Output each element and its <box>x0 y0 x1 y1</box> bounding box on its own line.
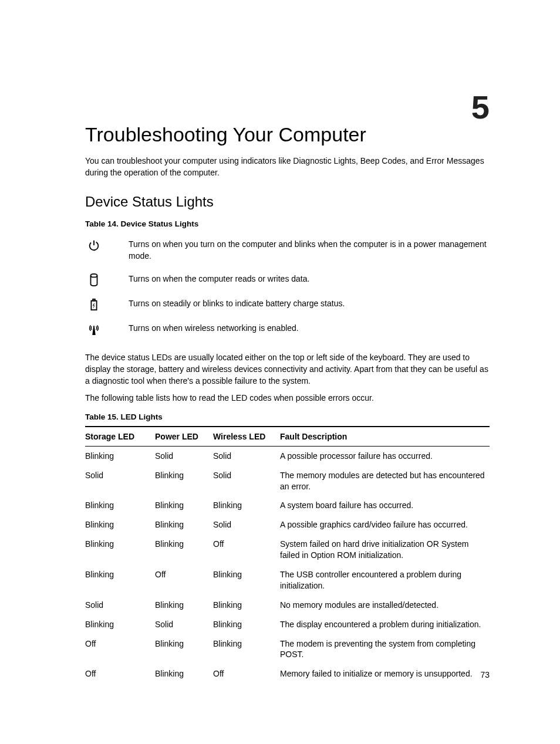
status-row: Turns on when you turn on the computer a… <box>85 233 490 268</box>
page-title: Troubleshooting Your Computer <box>85 123 490 146</box>
table-row: SolidBlinkingBlinkingNo memory modules a… <box>85 596 490 615</box>
table-header-row: Storage LED Power LED Wireless LED Fault… <box>85 427 490 447</box>
table-cell: Blinking <box>213 565 280 596</box>
table-cell: Solid <box>213 446 280 465</box>
table-cell: Blinking <box>155 634 213 665</box>
table-row: BlinkingSolidBlinkingThe display encount… <box>85 615 490 634</box>
table-row: BlinkingOffBlinkingThe USB controller en… <box>85 565 490 596</box>
table-cell: Blinking <box>85 515 155 535</box>
table-cell: Blinking <box>85 565 155 596</box>
svg-rect-3 <box>93 299 95 301</box>
wireless-icon <box>87 323 100 336</box>
status-desc: Turns on when wireless networking is ena… <box>129 317 490 341</box>
chapter-number: 5 <box>471 88 490 126</box>
table-cell: A possible graphics card/video failure h… <box>280 515 490 535</box>
table-cell: Off <box>213 535 280 565</box>
table-cell: Blinking <box>213 496 280 515</box>
table-cell: Off <box>85 664 155 684</box>
table-cell: Blinking <box>85 615 155 634</box>
table-cell: Blinking <box>155 596 213 615</box>
table-cell: Blinking <box>155 515 213 535</box>
section-heading: Device Status Lights <box>85 194 490 210</box>
status-row: Turns on steadily or blinks to indicate … <box>85 292 490 317</box>
table-cell: Blinking <box>213 596 280 615</box>
table-cell: Blinking <box>155 664 213 684</box>
table-cell: Blinking <box>155 496 213 515</box>
table14-caption: Table 14. Device Status Lights <box>85 219 490 228</box>
table-cell: Off <box>85 634 155 665</box>
table-row: OffBlinkingBlinkingThe modem is preventi… <box>85 634 490 665</box>
table-cell: The memory modules are detected but has … <box>280 466 490 496</box>
col-header: Wireless LED <box>213 427 280 447</box>
table-cell: Solid <box>155 446 213 465</box>
table-cell: A possible processor failure has occurre… <box>280 446 490 465</box>
table-row: BlinkingBlinkingOffSystem failed on hard… <box>85 535 490 565</box>
storage-icon <box>87 273 100 286</box>
table-cell: Blinking <box>85 535 155 565</box>
table-cell: Solid <box>155 615 213 634</box>
col-header: Power LED <box>155 427 213 447</box>
status-row: Turns on when wireless networking is ena… <box>85 317 490 341</box>
body-paragraph: The device status LEDs are usually locat… <box>85 352 490 387</box>
table-row: BlinkingBlinkingBlinkingA system board f… <box>85 496 490 515</box>
table-cell: No memory modules are installed/detected… <box>280 596 490 615</box>
status-row: Turns on when the computer reads or writ… <box>85 268 490 292</box>
table-cell: The USB controller encountered a problem… <box>280 565 490 596</box>
led-table: Storage LED Power LED Wireless LED Fault… <box>85 426 490 684</box>
status-desc: Turns on when the computer reads or writ… <box>129 268 490 292</box>
table-cell: A system board failure has occurred. <box>280 496 490 515</box>
table-cell: Solid <box>213 515 280 535</box>
table-cell: Solid <box>85 596 155 615</box>
table-cell: Blinking <box>85 446 155 465</box>
table-cell: Memory failed to initialize or memory is… <box>280 664 490 684</box>
status-desc: Turns on steadily or blinks to indicate … <box>129 292 490 317</box>
col-header: Fault Description <box>280 427 490 447</box>
page-number: 73 <box>480 670 490 679</box>
table-cell: Blinking <box>155 466 213 496</box>
table-cell: The display encountered a problem during… <box>280 615 490 634</box>
table-row: BlinkingSolidSolidA possible processor f… <box>85 446 490 465</box>
table-row: OffBlinkingOffMemory failed to initializ… <box>85 664 490 684</box>
table-cell: The modem is preventing the system from … <box>280 634 490 665</box>
table-cell: Blinking <box>155 535 213 565</box>
table-cell: Blinking <box>85 496 155 515</box>
table-cell: Blinking <box>213 634 280 665</box>
table-cell: Off <box>213 664 280 684</box>
body-paragraph: The following table lists how to read th… <box>85 393 490 404</box>
col-header: Storage LED <box>85 427 155 447</box>
table-cell: Blinking <box>213 615 280 634</box>
battery-icon <box>87 298 100 311</box>
table-cell: System failed on hard drive initializati… <box>280 535 490 565</box>
table15-caption: Table 15. LED Lights <box>85 412 490 421</box>
status-desc: Turns on when you turn on the computer a… <box>129 233 490 268</box>
table-cell: Solid <box>85 466 155 496</box>
power-icon <box>87 239 100 252</box>
table-cell: Solid <box>213 466 280 496</box>
device-status-table: Turns on when you turn on the computer a… <box>85 233 490 341</box>
table-row: SolidBlinkingSolidThe memory modules are… <box>85 466 490 496</box>
table-cell: Off <box>155 565 213 596</box>
table-row: BlinkingBlinkingSolidA possible graphics… <box>85 515 490 535</box>
intro-paragraph: You can troubleshoot your computer using… <box>85 155 490 178</box>
